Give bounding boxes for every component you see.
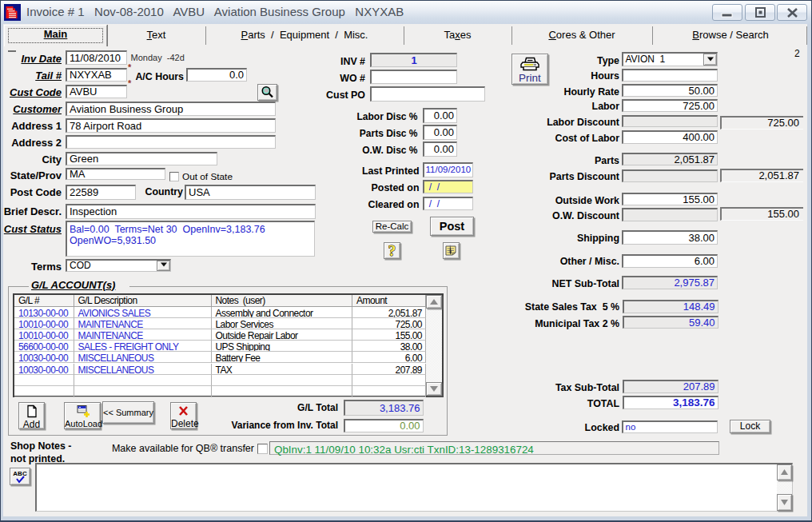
svg-text:ABC: ABC (13, 470, 27, 477)
svg-text:?: ? (388, 243, 396, 258)
